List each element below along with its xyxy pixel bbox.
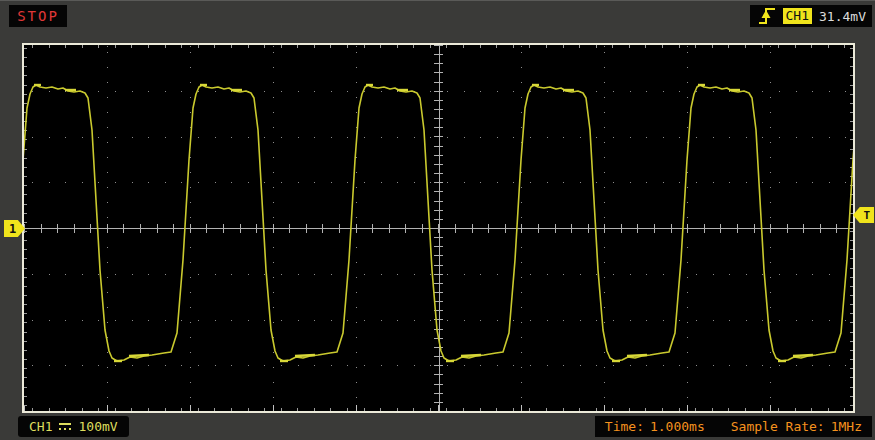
trigger-marker-label: T (863, 209, 870, 222)
time-value: 1.000ms (650, 419, 705, 434)
ground-marker-label: 1 (9, 222, 16, 236)
sample-rate-readout: Sample Rate: 1MHz (731, 419, 862, 434)
dc-coupling-icon (59, 423, 71, 430)
trigger-level-marker[interactable]: T (853, 207, 874, 223)
rising-edge-trigger-icon (758, 6, 776, 26)
volts-per-div-readout: 100mV (78, 419, 117, 434)
waveform-display (24, 45, 853, 411)
timebase-badge: Time: 1.000ms Sample Rate: 1MHz (595, 416, 872, 437)
timebase-readout: Time: 1.000ms (605, 419, 705, 434)
trigger-level-readout: 31.4mV (819, 9, 866, 24)
channel-label: CH1 (29, 419, 52, 434)
bottom-status-bar: CH1 100mV Time: 1.000ms Sample Rate: 1MH… (0, 413, 875, 440)
run-state-label: STOP (17, 8, 59, 24)
run-state-badge[interactable]: STOP (9, 5, 67, 27)
sample-rate-label: Sample Rate: (731, 419, 825, 434)
ch1-trace (24, 45, 853, 411)
top-status-bar: STOP CH1 31.4mV (0, 1, 875, 31)
oscilloscope-screen: STOP CH1 31.4mV 1 T CH1 100mV (0, 0, 875, 440)
time-label: Time: (605, 419, 644, 434)
trigger-source-chip[interactable]: CH1 (783, 8, 812, 24)
display-frame (22, 43, 855, 413)
ch1-scale-badge[interactable]: CH1 100mV (18, 416, 129, 437)
sample-rate-value: 1MHz (831, 419, 862, 434)
trigger-status-group: CH1 31.4mV (750, 5, 872, 27)
